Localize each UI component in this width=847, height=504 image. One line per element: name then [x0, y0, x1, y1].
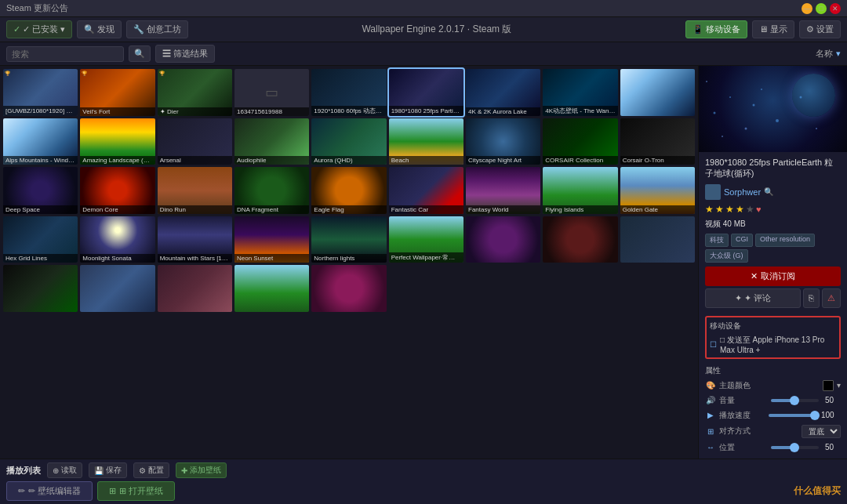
star-4[interactable]: ★ — [736, 204, 744, 215]
wallpaper-item-32[interactable]: Northern lights — [311, 216, 386, 263]
wallpaper-item-10[interactable]: Alps Mountains - Windy & Snowing — [3, 118, 78, 165]
wallpaper-item-22[interactable]: DNA Fragment — [234, 167, 309, 214]
wallpaper-item-18[interactable]: Corsair O-Tron — [620, 118, 695, 165]
position-slider[interactable] — [771, 446, 820, 449]
heart-icon[interactable]: ♥ — [756, 205, 762, 214]
mobile-device-label: □ 发送至 Apple iPhone 13 Pro Max Ultra + — [720, 335, 836, 354]
wallpaper-item-14[interactable]: Aurora (QHD) — [311, 118, 386, 165]
discover-button[interactable]: 🔍 发现 — [77, 20, 122, 38]
add-wallpaper-button[interactable]: ✚ 添加壁纸 — [176, 462, 227, 478]
attributes-title: 属性 — [705, 365, 841, 376]
wallpaper-item-11[interactable]: Amazing Landscape (Low CPU + Music) — [80, 118, 154, 165]
editor-button[interactable]: ✏ ✏ 壁纸编辑器 — [6, 481, 93, 501]
wallpaper-item-20[interactable]: Demon Core — [80, 167, 154, 214]
wallpaper-item-41[interactable] — [311, 265, 386, 312]
theme-color-dropdown[interactable]: ▾ — [837, 381, 841, 390]
minimize-button[interactable]: — — [802, 3, 812, 14]
wallpaper-item-8[interactable]: 4K动态壁纸 - The Wandering Earth — [543, 69, 617, 116]
theme-color-swatch[interactable] — [823, 380, 834, 391]
star-1[interactable]: ★ — [705, 204, 714, 215]
wallpaper-item-2[interactable]: 🏆Veil's Fort — [80, 69, 154, 116]
wallpaper-grid-area[interactable]: 🏆[GUWBZ/1080*1920] 仿魔公主 (极坐标色) 粒龙动态...🏆V… — [0, 66, 698, 459]
wallpaper-item-35[interactable] — [543, 216, 617, 263]
wallpaper-item-21[interactable]: Dino Run — [158, 167, 232, 214]
playback-slider[interactable] — [769, 414, 815, 417]
volume-thumb[interactable] — [790, 396, 799, 405]
wallpaper-grid: 🏆[GUWBZ/1080*1920] 仿魔公主 (极坐标色) 粒龙动态...🏆V… — [3, 69, 695, 312]
copy-button[interactable]: ⎘ — [803, 288, 820, 308]
position-thumb[interactable] — [790, 443, 799, 452]
tag-2[interactable]: Other resolution — [755, 234, 815, 247]
wallpaper-item-24[interactable]: Fantastic Car — [389, 167, 463, 214]
wallpaper-item-40[interactable] — [234, 265, 309, 312]
wallpaper-item-15[interactable]: Beach — [389, 118, 463, 165]
volume-slider[interactable] — [771, 399, 820, 402]
wallpaper-item-30[interactable]: Mountain with Stars [1080p 60FPS] — [158, 216, 232, 263]
mobile-device-button[interactable]: 📱 移动设备 — [685, 20, 747, 38]
wallpaper-item-34[interactable] — [466, 216, 540, 263]
wallpaper-item-23[interactable]: Eagle Flag — [311, 167, 386, 214]
star-5[interactable]: ★ — [746, 204, 754, 215]
wallpaper-item-29[interactable]: Moonlight Sonata — [80, 216, 154, 263]
wallpaper-item-38[interactable] — [80, 265, 154, 312]
wallpaper-thumb-9 — [620, 69, 695, 116]
filter-button[interactable]: ☰ 筛选结果 — [155, 45, 215, 63]
open-wallpaper-button[interactable]: ⊞ ⊞ 打开壁纸 — [97, 481, 175, 501]
tag-1[interactable]: CGI — [731, 234, 753, 247]
wallpaper-item-16[interactable]: Cityscape Night Art — [466, 118, 540, 165]
wallpaper-item-13[interactable]: Audiophile — [234, 118, 309, 165]
wallpaper-item-26[interactable]: Flying Islands — [543, 167, 617, 214]
playback-thumb[interactable] — [810, 411, 820, 420]
wallpaper-item-28[interactable]: Hex Grid Lines — [3, 216, 78, 263]
wallpaper-item-37[interactable] — [3, 265, 78, 312]
author-search-icon[interactable]: 🔍 — [764, 187, 773, 196]
wallpaper-item-25[interactable]: Fantasy World — [466, 167, 540, 214]
tag-0[interactable]: 科技 — [705, 234, 729, 247]
sort-dropdown[interactable]: ▾ — [836, 49, 841, 59]
align-dropdown[interactable]: 置底 — [802, 425, 841, 438]
workshop-button[interactable]: 🔧 创意工坊 — [126, 20, 188, 38]
wp-badge-2: 🏆 — [82, 71, 87, 76]
wallpaper-item-3[interactable]: 🏆✦ Dier — [158, 69, 232, 116]
display-button[interactable]: 🖥 显示 — [752, 20, 794, 38]
search-input[interactable] — [6, 46, 124, 62]
wallpaper-label-4: 1634715619988 — [234, 107, 309, 116]
settings-button[interactable]: ⚙ 设置 — [799, 20, 841, 38]
unsubscribe-button[interactable]: ✕ 取消订阅 — [705, 267, 841, 286]
read-button[interactable]: ⊕ 读取 — [47, 462, 82, 478]
star-2[interactable]: ★ — [715, 204, 724, 215]
installed-button[interactable]: ✓ ✓ 已安装 ▾ — [6, 20, 72, 38]
wallpaper-item-7[interactable]: 4K & 2K Aurora Lake — [466, 69, 540, 116]
star-3[interactable]: ★ — [725, 204, 734, 215]
wp-badge-3: 🏆 — [159, 71, 165, 76]
author-name[interactable]: Sorphwer — [724, 187, 761, 197]
playback-value: 100 — [821, 411, 841, 419]
close-button[interactable]: ✕ — [830, 3, 841, 14]
mobile-device-row[interactable]: ☐ □ 发送至 Apple iPhone 13 Pro Max Ultra + — [710, 335, 836, 354]
save-button[interactable]: 💾 保存 — [89, 462, 127, 478]
mobile-icon: 📱 — [693, 24, 703, 34]
wallpaper-item-33[interactable]: Perfect Wallpaper·常美壁纸[落樱粒子+多风扇动态壁纸...] — [389, 216, 463, 263]
wallpaper-item-1[interactable]: 🏆[GUWBZ/1080*1920] 仿魔公主 (极坐标色) 粒龙动态... — [3, 69, 78, 116]
comment-button[interactable]: ✦ ✦ 评论 — [705, 288, 801, 308]
maximize-button[interactable]: □ — [816, 3, 827, 14]
wallpaper-item-36[interactable] — [620, 216, 695, 263]
wallpaper-item-27[interactable]: Golden Gate — [620, 167, 695, 214]
wallpaper-item-17[interactable]: CORSAIR Collection — [543, 118, 617, 165]
wallpaper-item-31[interactable]: Neon Sunset — [234, 216, 309, 263]
wallpaper-item-39[interactable] — [158, 265, 232, 312]
search-button[interactable]: 🔍 — [129, 45, 151, 62]
tag-3[interactable]: 大众级 (G) — [705, 249, 748, 263]
wallpaper-label-3: ✦ Dier — [158, 107, 232, 116]
wallpaper-item-6[interactable]: 1980*1080 25fps ParticleEarth 粒子地球(循环) — [389, 69, 463, 116]
wallpaper-item-9[interactable] — [620, 69, 695, 116]
warn-button[interactable]: ⚠ — [822, 288, 841, 308]
volume-icon: 🔊 — [705, 395, 716, 406]
wallpaper-item-12[interactable]: Arsenal — [158, 118, 232, 165]
config-button[interactable]: ⚙ 配置 — [133, 462, 169, 478]
read-icon: ⊕ — [53, 466, 59, 475]
wallpaper-item-5[interactable]: 1920*1080 60fps 动态壁纸 — [311, 69, 386, 116]
wallpaper-item-19[interactable]: Deep Space — [3, 167, 78, 214]
author-avatar — [705, 184, 721, 200]
wallpaper-item-4[interactable]: ▭1634715619988 — [234, 69, 309, 116]
